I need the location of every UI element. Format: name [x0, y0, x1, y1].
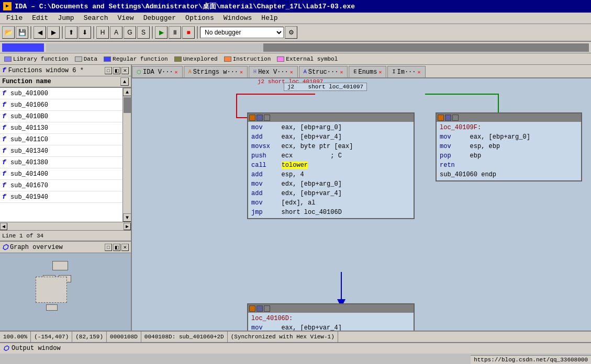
- function-scrollbar[interactable]: ▲ ▼: [122, 88, 131, 222]
- function-list-item[interactable]: fsub_401130: [0, 122, 122, 134]
- bcb-icon-1: [249, 305, 255, 312]
- function-list-item[interactable]: fsub_401400: [0, 168, 122, 180]
- menu-debugger[interactable]: Debugger: [139, 14, 180, 22]
- scroll-down-btn[interactable]: ▼: [123, 213, 131, 222]
- toolbar-graph[interactable]: G: [124, 26, 136, 39]
- fn-name: sub_401000: [10, 90, 48, 97]
- status-sync: (Synchronized with Hex View-1): [228, 332, 338, 342]
- toolbar-forward[interactable]: ▶: [47, 26, 60, 39]
- horiz-scroll-right[interactable]: ▶: [124, 223, 131, 230]
- menu-options[interactable]: Options: [181, 14, 218, 22]
- tab-strings-label: Strings w···: [193, 69, 238, 76]
- function-list-container: fsub_401000fsub_401060fsub_4010B0fsub_40…: [0, 88, 131, 222]
- debugger-combo[interactable]: No debugger: [200, 27, 284, 38]
- function-list-item[interactable]: fsub_401940: [0, 191, 122, 203]
- graph-float[interactable]: ◧: [113, 244, 120, 251]
- horiz-scroll-track[interactable]: [7, 223, 124, 230]
- toolbar-stop[interactable]: ■: [182, 26, 195, 39]
- graph-close[interactable]: ✕: [121, 244, 129, 251]
- fn-name: sub_401060: [10, 101, 48, 109]
- status-zoom: 100.00%: [0, 332, 31, 342]
- function-list-item[interactable]: fsub_4010B0: [0, 111, 122, 122]
- toolbar-asm[interactable]: A: [110, 26, 122, 39]
- graph-canvas[interactable]: [0, 253, 131, 331]
- graph-restore[interactable]: □: [105, 244, 112, 251]
- right-code-block-header: [437, 113, 581, 122]
- tab-enums-icon: E: [353, 69, 356, 75]
- menu-jump[interactable]: Jump: [53, 14, 78, 22]
- menu-windows[interactable]: Windows: [219, 14, 257, 22]
- fn-icon: f: [2, 89, 8, 97]
- nav-bar-track[interactable]: [46, 43, 589, 52]
- main-code-block[interactable]: mov eax, [ebp+arg_0] add eax, [ebp+var_4…: [247, 112, 415, 219]
- scroll-thumb[interactable]: [124, 97, 131, 113]
- tab-enums[interactable]: E Enums ✕: [349, 66, 386, 77]
- toolbar-nav1[interactable]: ⬆: [65, 26, 77, 39]
- graph-viewport[interactable]: [36, 277, 67, 303]
- code-line-8: add edx, [ebp+var_4]: [251, 189, 410, 198]
- tab-enums-label: Enums: [358, 69, 377, 76]
- toolbar-back[interactable]: ◀: [34, 26, 46, 39]
- horiz-scroll-left[interactable]: ◀: [0, 223, 7, 230]
- functions-restore[interactable]: □: [105, 67, 112, 74]
- tab-struc-icon: A: [304, 69, 307, 75]
- status-coords1: (-154,407): [31, 332, 72, 342]
- function-list[interactable]: fsub_401000fsub_401060fsub_4010B0fsub_40…: [0, 88, 122, 222]
- menu-search[interactable]: Search: [80, 14, 113, 22]
- function-list-item[interactable]: fsub_401380: [0, 157, 122, 168]
- tab-strings-close[interactable]: ✕: [240, 69, 243, 75]
- toolbar-debug-settings[interactable]: ⚙: [285, 26, 297, 39]
- functions-window: f Functions window 6 * □ ◧ ✕ Function na…: [0, 65, 131, 241]
- code-line-10: jmp short loc_40106D: [251, 208, 410, 217]
- menu-help[interactable]: Help: [257, 14, 282, 22]
- graph-view[interactable]: j2 short loc_401097: [132, 78, 591, 331]
- function-list-item[interactable]: fsub_401340: [0, 145, 122, 157]
- tab-imports-close[interactable]: ✕: [418, 69, 421, 75]
- scroll-track[interactable]: [123, 96, 131, 213]
- toolbar-pause[interactable]: ⏸: [169, 26, 181, 39]
- functions-float[interactable]: ◧: [113, 67, 120, 74]
- tab-imports[interactable]: I Im··· ✕: [387, 66, 425, 77]
- fn-icon: f: [2, 124, 8, 132]
- tab-strings[interactable]: A Strings w··· ✕: [184, 66, 248, 77]
- toolbar-save[interactable]: 💾: [16, 26, 28, 39]
- tab-ida-view[interactable]: ⬡ IDA V··· ✕: [132, 66, 183, 77]
- output-window: ⬡ Output window: [0, 342, 591, 354]
- toolbar: 📂 💾 ◀ ▶ ⬆ ⬇ H A G S ▶ ⏸ ■ No debugger ⚙: [0, 24, 591, 42]
- bottom-code-block[interactable]: loc_40106D: mov eax, [ebp+var_4]: [247, 303, 415, 331]
- functions-close[interactable]: ✕: [121, 67, 129, 74]
- tab-struc-close[interactable]: ✕: [340, 69, 343, 75]
- function-list-item[interactable]: fsub_401060: [0, 99, 122, 111]
- scroll-up-btn[interactable]: ▲: [123, 88, 131, 96]
- functions-status-line: Line 1 of 34: [0, 230, 131, 241]
- function-list-item[interactable]: fsub_401670: [0, 180, 122, 191]
- legend-unexplored-label: Unexplored: [183, 56, 218, 62]
- legend-external-label: External symbol: [286, 56, 338, 62]
- tab-hex[interactable]: H Hex V··· ✕: [249, 66, 298, 77]
- toolbar-hex[interactable]: H: [96, 26, 109, 39]
- function-list-item[interactable]: fsub_4011C0: [0, 134, 122, 145]
- menu-file[interactable]: File: [2, 14, 27, 22]
- main-area: f Functions window 6 * □ ◧ ✕ Function na…: [0, 65, 591, 331]
- bcode-line-1: loc_40106D:: [251, 314, 410, 323]
- tab-struc[interactable]: A Struc··· ✕: [299, 66, 348, 77]
- tab-hex-close[interactable]: ✕: [290, 69, 293, 75]
- legend-library-label: Library function: [13, 56, 69, 62]
- toolbar-run[interactable]: ▶: [155, 26, 168, 39]
- functions-title: Functions window 6 *: [8, 67, 84, 74]
- toolbar-open[interactable]: 📂: [2, 26, 15, 39]
- horiz-scroll[interactable]: ◀ ▶: [0, 222, 131, 230]
- right-code-block[interactable]: loc_40109F: mov eax, [ebp+arg_0] mov esp…: [436, 112, 582, 181]
- col-scroll-up[interactable]: ▲: [120, 77, 129, 86]
- toolbar-nav2[interactable]: ⬇: [79, 26, 91, 39]
- menu-edit[interactable]: Edit: [28, 14, 52, 22]
- tab-enums-close[interactable]: ✕: [378, 69, 382, 75]
- tab-ida-close[interactable]: ✕: [175, 69, 178, 75]
- status-addr2: 0040108D: sub_401060+2D: [141, 332, 228, 342]
- title-text: IDA – C:\Documents and Settings\Administ…: [15, 2, 355, 11]
- menu-view[interactable]: View: [113, 14, 138, 22]
- mini-block-5: [46, 304, 58, 311]
- toolbar-str[interactable]: S: [137, 26, 150, 39]
- fn-icon: f: [2, 112, 8, 120]
- function-list-item[interactable]: fsub_401000: [0, 88, 122, 99]
